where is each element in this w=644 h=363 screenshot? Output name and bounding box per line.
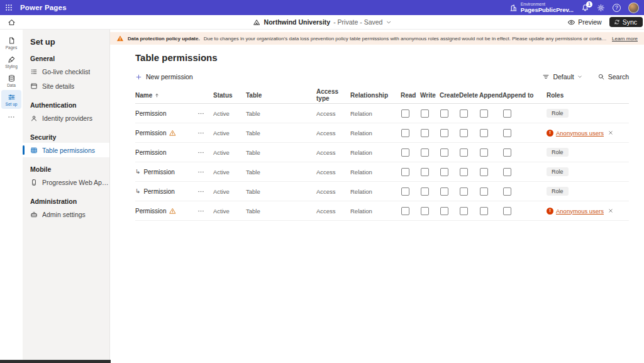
checkbox-append[interactable] (480, 187, 488, 196)
sidebar-item-identity-providers[interactable]: Identity providers (23, 111, 109, 125)
sidebar-item-table-permissions[interactable]: Table permissions (23, 143, 109, 157)
column-header-relationship[interactable]: Relationship (350, 92, 401, 99)
row-more-button[interactable] (197, 208, 213, 215)
checkbox-append-to[interactable] (503, 129, 511, 137)
row-warning-icon (169, 130, 176, 137)
remove-role-button[interactable] (608, 208, 613, 213)
checkbox-append[interactable] (480, 148, 488, 157)
row-more-button[interactable] (197, 110, 213, 117)
settings-button[interactable] (597, 4, 605, 12)
checkbox-write[interactable] (421, 129, 429, 137)
row-more-button[interactable] (197, 188, 213, 195)
checkbox-delete[interactable] (460, 207, 468, 215)
column-header-access-type[interactable]: Access type (316, 88, 350, 102)
checkbox-create[interactable] (440, 109, 448, 118)
learn-more-link[interactable]: Learn more (612, 36, 638, 42)
app-launcher-icon[interactable] (0, 0, 18, 15)
sidebar-item-site-details[interactable]: Site details (23, 79, 109, 93)
column-header-write[interactable]: Write (420, 92, 440, 99)
preview-button[interactable]: Preview (567, 18, 601, 26)
help-button[interactable]: ? (613, 4, 621, 12)
checkbox-delete[interactable] (460, 187, 468, 196)
remove-role-button[interactable] (608, 130, 613, 135)
name-cell: ↳Permission (135, 188, 213, 195)
checkbox-create[interactable] (440, 168, 448, 176)
site-status: - Private - Saved (333, 18, 382, 26)
checkbox-write[interactable] (421, 148, 429, 157)
rail-item-pages[interactable]: Pages (1, 33, 21, 52)
checkbox-write[interactable] (421, 187, 429, 196)
column-header-read[interactable]: Read (401, 92, 420, 99)
site-menu[interactable]: Northwind University - Private - Saved (253, 18, 392, 26)
checkbox-delete[interactable] (460, 168, 468, 176)
column-header-roles[interactable]: Roles (547, 92, 629, 99)
row-more-button[interactable] (197, 149, 213, 156)
relationship-cell: Relation (350, 188, 401, 195)
permission-name: Permission (135, 130, 166, 137)
checkbox-cell-write (420, 148, 440, 157)
sidebar-item-go-live-checklist[interactable]: Go-live checklist (23, 64, 109, 79)
column-header-append-to[interactable]: Append to (502, 92, 547, 99)
status-cell: Active (213, 130, 246, 137)
checkbox-delete[interactable] (460, 129, 468, 137)
search-button[interactable]: Search (597, 73, 629, 81)
checkbox-cell-append (479, 207, 502, 215)
checkbox-write[interactable] (421, 168, 429, 176)
checkbox-append-to[interactable] (503, 148, 511, 157)
rail-item-set-up[interactable]: Set up (1, 90, 21, 109)
column-header-append[interactable]: Append (479, 92, 502, 99)
checkbox-create[interactable] (440, 187, 448, 196)
row-more-button[interactable] (197, 169, 213, 176)
header-left: Power Pages (0, 0, 67, 15)
relationship-cell: Relation (350, 110, 401, 117)
sidebar-item-admin-settings[interactable]: Admin settings (23, 207, 109, 221)
more-button[interactable] (8, 112, 15, 123)
checkbox-delete[interactable] (460, 109, 468, 118)
permission-name: Permission (135, 110, 166, 117)
rail-item-styling[interactable]: Styling (1, 52, 21, 71)
checkbox-write[interactable] (421, 109, 429, 118)
checkbox-append[interactable] (480, 168, 488, 176)
row-more-button[interactable] (197, 130, 213, 137)
checkbox-create[interactable] (440, 207, 448, 215)
notifications-button[interactable]: 1 (581, 4, 589, 12)
checkbox-append[interactable] (480, 109, 488, 118)
avatar[interactable] (628, 3, 639, 13)
checkbox-read[interactable] (401, 109, 409, 118)
column-header-create[interactable]: Create (440, 92, 459, 99)
checkbox-append-to[interactable] (503, 207, 511, 215)
column-header-delete[interactable]: Delete (459, 92, 479, 99)
checkbox-read[interactable] (401, 187, 409, 196)
checkbox-cell-create (440, 168, 459, 176)
table-cell: Table (246, 188, 316, 195)
column-header-table[interactable]: Table (246, 92, 316, 99)
filter-dropdown[interactable]: Default (542, 73, 582, 81)
sidebar-item-progressive-web-application[interactable]: Progressive Web Application (23, 175, 109, 189)
setup-panel: Set up GeneralGo-live checklistSite deta… (23, 30, 110, 363)
checkbox-delete[interactable] (460, 148, 468, 157)
styling-icon (8, 55, 16, 64)
new-permission-button[interactable]: New permission (135, 73, 193, 81)
checkbox-create[interactable] (440, 129, 448, 137)
column-header-status[interactable]: Status (213, 92, 246, 99)
checkbox-append-to[interactable] (503, 168, 511, 176)
sync-button[interactable]: Sync (609, 17, 643, 27)
checkbox-write[interactable] (421, 207, 429, 215)
checkbox-read[interactable] (401, 168, 409, 176)
rail-item-data[interactable]: Data (1, 71, 21, 90)
checkbox-append[interactable] (480, 129, 488, 137)
checkbox-create[interactable] (440, 148, 448, 157)
home-button[interactable] (0, 18, 23, 26)
checkbox-read[interactable] (401, 129, 409, 137)
anonymous-users-tag: !Anonymous users (547, 130, 613, 137)
rail-item-label: Pages (6, 45, 17, 50)
horizontal-scrollbar[interactable] (0, 360, 111, 363)
checkbox-cell-write (420, 129, 440, 137)
environment-picker[interactable]: Environment PagesPublicPrev... (509, 2, 574, 13)
checkbox-append-to[interactable] (503, 187, 511, 196)
column-header-name[interactable]: Name (135, 92, 213, 99)
checkbox-read[interactable] (401, 148, 409, 157)
checkbox-append-to[interactable] (503, 109, 511, 118)
checkbox-read[interactable] (401, 207, 409, 215)
checkbox-append[interactable] (480, 207, 488, 215)
